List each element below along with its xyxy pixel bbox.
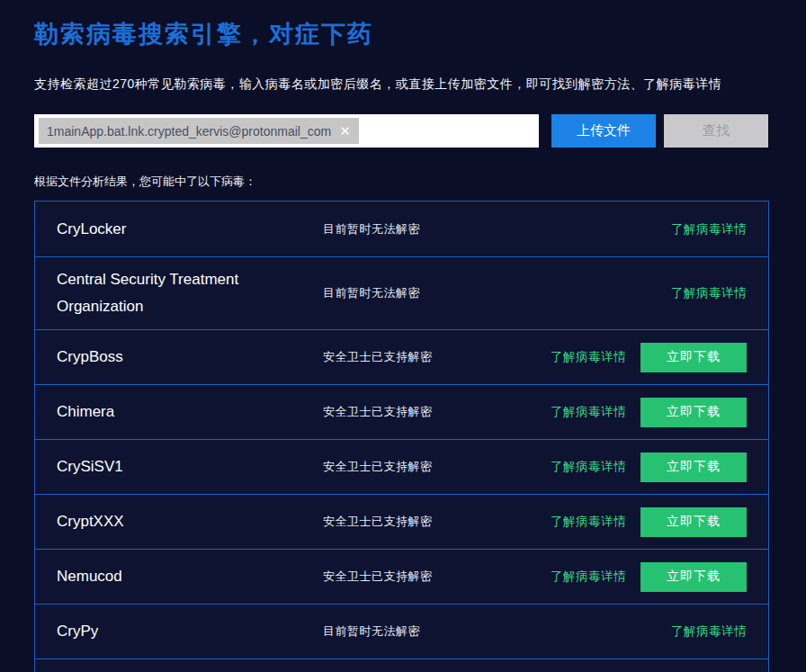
- virus-table: CryLocker 目前暂时无法解密 了解病毒详情 Central Securi…: [34, 201, 769, 672]
- virus-detail-link[interactable]: 了解病毒详情: [551, 569, 626, 585]
- download-button[interactable]: 立即下载: [640, 507, 747, 537]
- virus-row: CrySiSV1 安全卫士已支持解密 了解病毒详情 立即下载: [35, 439, 768, 494]
- upload-file-button[interactable]: 上传文件: [551, 114, 656, 148]
- virus-detail-link[interactable]: 了解病毒详情: [551, 459, 626, 475]
- virus-status: 安全卫士已支持解密: [323, 514, 433, 530]
- virus-name: CrypBoss: [57, 344, 323, 371]
- search-term-chip: 1mainApp.bat.lnk.crypted_kervis@protonma…: [39, 118, 359, 144]
- virus-name: Central Security Treatment Organization: [57, 266, 323, 320]
- virus-row: CryPy 目前暂时无法解密 了解病毒详情: [35, 604, 768, 659]
- virus-name: Nemucod: [57, 563, 323, 590]
- virus-name: CryPy: [57, 618, 323, 645]
- virus-row: GlobeImposterV2 目前暂时无法解密 了解病毒详情: [35, 659, 768, 672]
- virus-row: CrypBoss 安全卫士已支持解密 了解病毒详情 立即下载: [35, 329, 768, 384]
- find-button[interactable]: 查找: [664, 114, 768, 148]
- virus-detail-link[interactable]: 了解病毒详情: [551, 349, 626, 365]
- download-button[interactable]: 立即下载: [640, 343, 747, 372]
- virus-row: CryLocker 目前暂时无法解密 了解病毒详情: [35, 202, 768, 256]
- page-title: 勒索病毒搜索引擎，对症下药: [34, 18, 769, 50]
- virus-status: 安全卫士已支持解密: [323, 349, 433, 365]
- virus-row-actions: 了解病毒详情: [671, 221, 747, 237]
- virus-status: 目前暂时无法解密: [323, 623, 420, 640]
- download-button[interactable]: 立即下载: [640, 398, 747, 427]
- search-bar: 1mainApp.bat.lnk.crypted_kervis@protonma…: [34, 114, 769, 148]
- virus-detail-link[interactable]: 了解病毒详情: [671, 623, 747, 640]
- virus-status: 目前暂时无法解密: [323, 221, 420, 237]
- page: 勒索病毒搜索引擎，对症下药 支持检索超过270种常见勒索病毒，输入病毒名或加密后…: [0, 0, 806, 672]
- virus-name: CryLocker: [57, 216, 323, 243]
- page-subtitle: 支持检索超过270种常见勒索病毒，输入病毒名或加密后缀名，或直接上传加密文件，即…: [34, 76, 769, 93]
- virus-status: 安全卫士已支持解密: [323, 404, 433, 420]
- search-term-text: 1mainApp.bat.lnk.crypted_kervis@protonma…: [47, 124, 331, 139]
- virus-row-actions: 了解病毒详情 立即下载: [551, 507, 747, 537]
- virus-row: CryptXXX 安全卫士已支持解密 了解病毒详情 立即下载: [35, 494, 768, 549]
- virus-row-actions: 了解病毒详情 立即下载: [551, 343, 747, 372]
- virus-detail-link[interactable]: 了解病毒详情: [551, 404, 626, 420]
- virus-status: 目前暂时无法解密: [323, 285, 420, 301]
- virus-detail-link[interactable]: 了解病毒详情: [551, 514, 626, 530]
- virus-status: 安全卫士已支持解密: [323, 459, 433, 475]
- search-input[interactable]: 1mainApp.bat.lnk.crypted_kervis@protonma…: [34, 114, 539, 148]
- download-button[interactable]: 立即下载: [640, 562, 747, 592]
- analysis-note: 根据文件分析结果，您可能中了以下病毒：: [34, 174, 769, 190]
- virus-row: Chimera 安全卫士已支持解密 了解病毒详情 立即下载: [35, 384, 768, 439]
- virus-row-actions: 了解病毒详情: [671, 623, 747, 640]
- virus-status: 安全卫士已支持解密: [323, 569, 433, 585]
- virus-row-actions: 了解病毒详情 立即下载: [551, 398, 747, 427]
- virus-row-actions: 了解病毒详情 立即下载: [551, 562, 747, 592]
- virus-detail-link[interactable]: 了解病毒详情: [671, 221, 747, 237]
- virus-row: Central Security Treatment Organization …: [35, 256, 768, 329]
- virus-name: Chimera: [57, 399, 323, 426]
- virus-row-actions: 了解病毒详情 立即下载: [551, 452, 747, 482]
- clear-icon[interactable]: ✕: [339, 124, 351, 138]
- virus-row: Nemucod 安全卫士已支持解密 了解病毒详情 立即下载: [35, 549, 768, 604]
- download-button[interactable]: 立即下载: [640, 452, 747, 482]
- virus-name: CryptXXX: [57, 508, 323, 535]
- virus-name: CrySiSV1: [57, 453, 323, 480]
- virus-detail-link[interactable]: 了解病毒详情: [671, 285, 747, 301]
- virus-row-actions: 了解病毒详情: [671, 285, 747, 301]
